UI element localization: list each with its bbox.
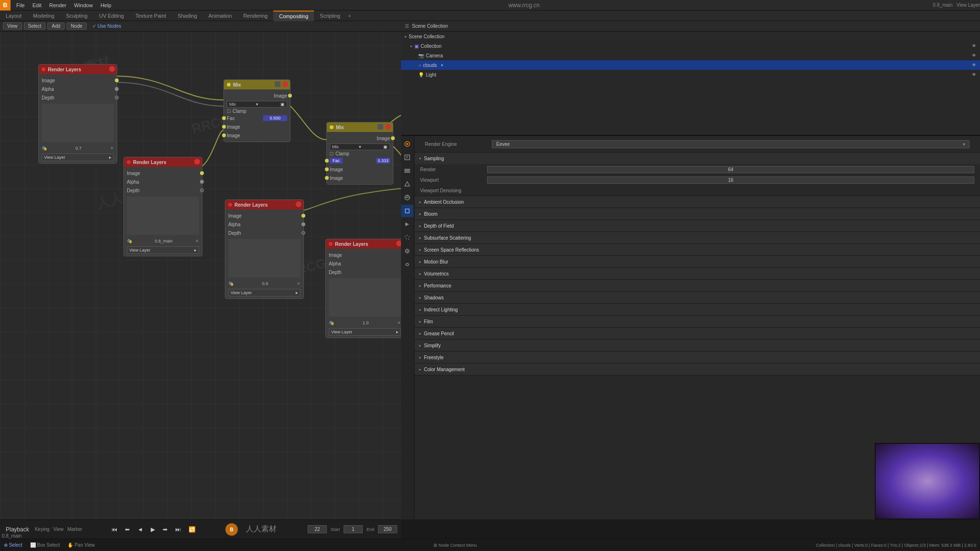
bloom-header[interactable]: ▸ Bloom: [414, 208, 980, 220]
render-engine-select[interactable]: Eevee ▾: [492, 140, 969, 148]
step-fwd-btn[interactable]: ➡: [161, 525, 169, 534]
view-menu-btn[interactable]: View: [3, 22, 22, 30]
particles-props-icon[interactable]: [401, 231, 413, 244]
add-menu-btn[interactable]: Add: [47, 22, 65, 30]
node-mix-2[interactable]: Mix Image Mix ▾ ▣ ☐ Clamp Fac 0.333: [326, 122, 393, 185]
view-layer-props-icon[interactable]: [401, 165, 413, 177]
indirect-lighting-header[interactable]: ▸ Indirect Lighting: [414, 304, 980, 315]
outliner-scene-collection[interactable]: ▸ Scene Collection: [401, 32, 980, 41]
menu-file[interactable]: File: [12, 1, 29, 9]
node-close-mix2[interactable]: [385, 124, 391, 130]
loop-btn[interactable]: 🔁: [187, 525, 198, 534]
tab-scripting[interactable]: Scripting: [314, 11, 346, 21]
collapse-btn-2[interactable]: [378, 124, 383, 130]
view-label[interactable]: View: [53, 527, 64, 532]
object-props-icon[interactable]: [401, 205, 413, 217]
sss-header[interactable]: ▸ Subsurface Scattering: [414, 232, 980, 243]
start-frame[interactable]: 1: [344, 525, 363, 533]
volumetrics-header[interactable]: ▸ Volumetrics: [414, 268, 980, 279]
keying-label[interactable]: Keying: [35, 527, 50, 532]
shadows-header[interactable]: ▸ Shadows: [414, 292, 980, 303]
freestyle-header[interactable]: ▸ Freestyle: [414, 352, 980, 363]
node-close-btn[interactable]: [109, 66, 115, 72]
node-menu-btn[interactable]: Node: [67, 22, 87, 30]
jump-end-btn[interactable]: ⏭: [173, 525, 183, 534]
node-editor[interactable]: 人人素材 RRCG 人人素材 RRCG Render Layers Image: [0, 21, 401, 539]
node-render-layers-4[interactable]: Render Layers Image Alpha Depth 🎭 1.0 ✕: [325, 239, 401, 338]
render-samples-value[interactable]: 64: [487, 166, 974, 173]
performance-header[interactable]: ▸ Performance: [414, 280, 980, 291]
color-management-header[interactable]: ▸ Color Management: [414, 364, 980, 375]
physics-props-icon[interactable]: [401, 245, 413, 257]
ambient-occlusion-header[interactable]: ▸ Ambient Occlusion: [414, 196, 980, 208]
play-back-btn[interactable]: ◄: [135, 525, 145, 534]
view-layer-select-3[interactable]: View Layer ▸: [228, 289, 301, 297]
end-frame[interactable]: 250: [378, 525, 397, 533]
marker-label[interactable]: Marker: [67, 527, 82, 532]
view-layer-select-4[interactable]: View Layer ▸: [329, 328, 401, 336]
mix2-fac-row[interactable]: Fac 0.333: [330, 156, 390, 165]
tab-uv-editing[interactable]: UV Editing: [93, 11, 130, 21]
tab-texture-paint[interactable]: Texture Paint: [130, 11, 172, 21]
scene-props-icon[interactable]: [401, 178, 413, 190]
vertex-info: Collection | clouds | Verts:0 | Faces:0 …: [816, 543, 976, 548]
world-props-icon[interactable]: [401, 191, 413, 204]
render-props-icon[interactable]: [401, 138, 413, 150]
outliner-collection[interactable]: ▸ ▣ Collection 👁: [401, 41, 980, 51]
menu-window[interactable]: Window: [70, 1, 97, 9]
menu-render[interactable]: Render: [45, 1, 70, 9]
tab-animation[interactable]: Animation: [203, 11, 238, 21]
mix1-fac-row[interactable]: Fac: [227, 114, 287, 122]
outliner-clouds[interactable]: ○ clouds ● 👁: [401, 60, 980, 70]
node-render-layers-2[interactable]: Render Layers Image Alpha Depth 🎭 0.8_ma…: [123, 157, 202, 256]
node-render-layers-1[interactable]: Render Layers Image Alpha Depth 🎭 0.7 ✕: [38, 64, 117, 164]
tab-rendering[interactable]: Rendering: [237, 11, 273, 21]
node-close-mix1[interactable]: [282, 81, 288, 87]
film-header[interactable]: ▸ Film: [414, 316, 980, 327]
render-samples-row: Render 64: [414, 164, 980, 175]
modifier-props-icon[interactable]: [401, 218, 413, 231]
mix2-mode-select[interactable]: Mix ▾ ▣: [330, 143, 390, 150]
collapse-btn[interactable]: [275, 81, 280, 87]
mix1-fac-input[interactable]: [263, 115, 287, 121]
node-close-btn-2[interactable]: [194, 159, 200, 165]
tab-shading[interactable]: Shading: [172, 11, 202, 21]
tab-sculpting[interactable]: Sculpting: [60, 11, 93, 21]
node-mix-1[interactable]: Mix Image Mix ▾ ▣ ☐ Clamp Fac: [223, 79, 290, 142]
menu-help[interactable]: Help: [97, 1, 115, 9]
outliner-light[interactable]: 💡 Light 👁: [401, 70, 980, 79]
jump-start-btn[interactable]: ⏮: [110, 525, 119, 534]
tab-layout[interactable]: Layout: [0, 11, 27, 21]
mix1-mode-select[interactable]: Mix ▾ ▣: [227, 101, 287, 108]
view-layer-select-2[interactable]: View Layer ▸: [127, 246, 199, 254]
node-close-rl3[interactable]: [296, 201, 301, 207]
pan-view-label[interactable]: ✋ Pan View: [67, 542, 95, 548]
ssr-header[interactable]: ▸ Screen Space Reflections: [414, 244, 980, 255]
tab-modeling[interactable]: Modeling: [27, 11, 60, 21]
constraints-props-icon[interactable]: [401, 258, 413, 271]
context-menu-label[interactable]: ⊞ Node Context Menu: [434, 543, 477, 548]
select-menu-btn[interactable]: Select: [24, 22, 46, 30]
outliner-camera[interactable]: 📷 Camera 👁: [401, 51, 980, 60]
simplify-header[interactable]: ▸ Simplify: [414, 340, 980, 351]
grease-pencil-header[interactable]: ▸ Grease Pencil: [414, 328, 980, 339]
box-select-label[interactable]: ⬜ Box Select: [30, 542, 60, 548]
dof-header[interactable]: ▸ Depth of Field: [414, 220, 980, 231]
add-workspace-btn[interactable]: +: [348, 13, 351, 19]
playback-label[interactable]: Playback: [4, 525, 31, 534]
select-mode-label[interactable]: ⊕ Select: [4, 542, 22, 548]
motion-blur-header[interactable]: ▸ Motion Blur: [414, 256, 980, 267]
use-nodes-btn[interactable]: ✓ Use Nodes: [92, 23, 121, 29]
viewport-samples-value[interactable]: 16: [487, 176, 974, 184]
output-props-icon[interactable]: [401, 151, 413, 164]
view-layer-select-1[interactable]: View Layer ▸: [42, 154, 114, 161]
tab-compositing[interactable]: Compositing: [273, 11, 314, 21]
node-render-layers-3[interactable]: Render Layers Image Alpha Depth 🎭 0.9 ✕: [225, 199, 304, 299]
menu-edit[interactable]: Edit: [29, 1, 45, 9]
play-btn[interactable]: ▶: [149, 525, 157, 534]
sampling-header[interactable]: ▾ Sampling: [414, 153, 980, 164]
frame-display[interactable]: 22: [308, 525, 327, 533]
step-back-btn[interactable]: ⬅: [123, 525, 132, 534]
node-close-rl4[interactable]: [396, 241, 401, 246]
mix1-clamp: ☐ Clamp: [227, 109, 287, 114]
